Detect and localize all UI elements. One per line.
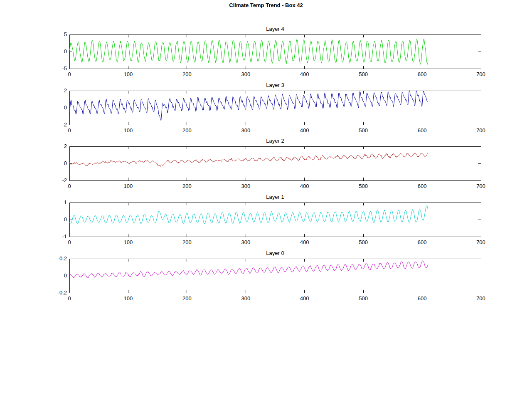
x-tick-label: 100 [124, 295, 133, 302]
x-tick-label: 400 [300, 71, 309, 77]
axes-box [69, 146, 481, 180]
y-tick-label: 5 [64, 31, 67, 37]
x-tick-label: 400 [300, 295, 309, 302]
x-tick-label: 700 [476, 127, 485, 133]
x-tick-label: 100 [124, 239, 133, 245]
x-tick-label: 0 [68, 127, 71, 133]
x-tick-label: 200 [182, 295, 192, 302]
subplot-title: Layer 3 [266, 82, 284, 88]
x-tick-label: 700 [476, 239, 485, 245]
x-tick-label: 500 [359, 127, 368, 133]
x-tick-label: 300 [241, 183, 250, 189]
y-tick-label: 1 [64, 199, 67, 205]
x-tick-label: 400 [300, 239, 309, 245]
y-tick-label: -5 [62, 65, 67, 72]
subplot-title: Layer 4 [266, 26, 284, 32]
y-tick-label: 0 [64, 104, 67, 111]
y-tick-label: 0.2 [59, 255, 67, 262]
y-tick-label: 0 [64, 216, 67, 222]
x-tick-label: 300 [241, 295, 250, 302]
x-tick-label: 100 [124, 183, 133, 189]
x-tick-label: 300 [241, 127, 250, 133]
y-tick-label: -1 [62, 233, 67, 240]
x-tick-label: 100 [124, 71, 133, 77]
x-tick-label: 200 [182, 127, 192, 133]
x-tick-label: 0 [68, 239, 71, 245]
x-tick-label: 400 [300, 127, 309, 133]
x-tick-label: 500 [359, 71, 368, 77]
x-tick-label: 200 [182, 71, 192, 77]
x-tick-label: 500 [359, 295, 368, 302]
x-tick-label: 500 [359, 239, 368, 245]
subplot-title: Layer 1 [266, 194, 284, 200]
x-tick-label: 600 [418, 127, 427, 133]
series-line-layer-1 [69, 206, 428, 224]
subplot-layer-1: 0100200300400500600700-101Layer 1 [62, 194, 485, 245]
x-tick-label: 600 [418, 239, 427, 245]
subplot-layer-2: 0100200300400500600700-202Layer 2 [62, 138, 485, 189]
subplot-layer-4: 0100200300400500600700-505Layer 4 [62, 26, 485, 77]
x-tick-label: 700 [476, 295, 485, 302]
series-line-layer-0 [69, 261, 428, 278]
subplot-layer-3: 0100200300400500600700-202Layer 3 [62, 82, 485, 133]
y-tick-label: 0 [64, 272, 67, 279]
x-tick-label: 300 [241, 71, 250, 77]
y-tick-label: 2 [64, 87, 67, 94]
x-tick-label: 100 [124, 127, 133, 133]
y-tick-label: -0.2 [58, 289, 67, 296]
x-tick-label: 200 [182, 183, 192, 189]
x-tick-label: 700 [476, 183, 485, 189]
x-tick-label: 0 [68, 183, 71, 189]
x-tick-label: 200 [182, 239, 192, 245]
axes-box [69, 35, 481, 69]
series-line-layer-3 [69, 91, 428, 120]
x-tick-label: 0 [68, 295, 71, 302]
subplot-title: Layer 0 [266, 250, 284, 256]
y-tick-label: 2 [64, 143, 67, 149]
subplot-layer-0: 0100200300400500600700-0.200.2Layer 0 [58, 250, 485, 302]
x-tick-label: 500 [359, 183, 368, 189]
subplots-svg: 0100200300400500600700-505Layer 40100200… [0, 0, 532, 393]
y-tick-label: -2 [62, 121, 67, 128]
y-tick-label: 0 [64, 48, 67, 54]
y-tick-label: -2 [62, 177, 67, 183]
x-tick-label: 0 [68, 71, 71, 77]
x-tick-label: 400 [300, 183, 309, 189]
axes-box [69, 203, 481, 237]
x-tick-label: 300 [241, 239, 250, 245]
y-tick-label: 0 [64, 160, 67, 166]
x-tick-label: 600 [418, 183, 427, 189]
x-tick-label: 600 [418, 295, 427, 302]
series-line-layer-4 [69, 39, 428, 64]
subplot-title: Layer 2 [266, 138, 284, 144]
x-tick-label: 600 [418, 71, 427, 77]
series-line-layer-2 [69, 153, 428, 167]
x-tick-label: 700 [476, 71, 485, 77]
